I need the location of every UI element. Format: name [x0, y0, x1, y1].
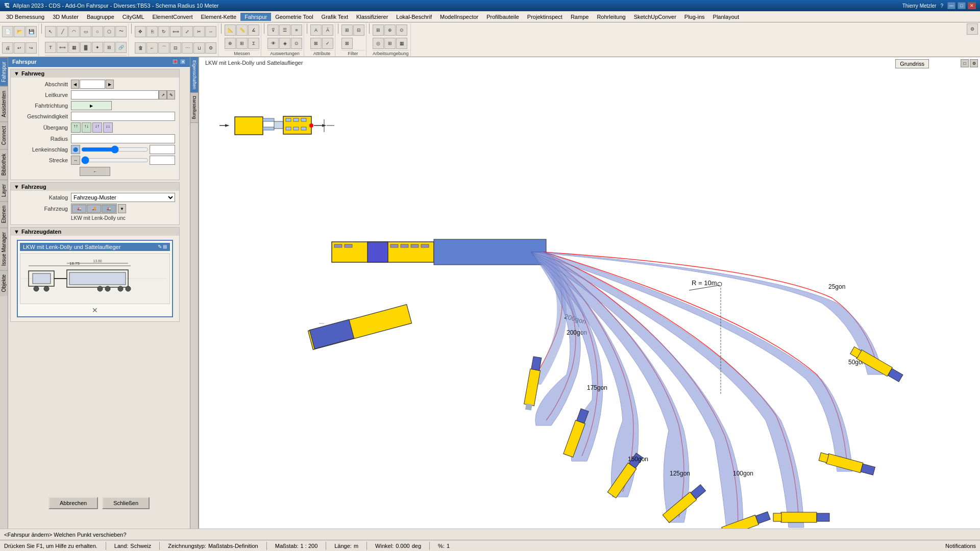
tb-hatch[interactable]: ▦ [68, 42, 80, 53]
abschnitt-input[interactable]: 1 [80, 80, 105, 89]
tb-props[interactable]: ⚙ [205, 42, 216, 54]
tb-sum[interactable]: Σ [248, 38, 259, 49]
menu-lokal-beschrif[interactable]: Lokal-Beschrif [392, 13, 436, 21]
tb-trim[interactable]: ✂ [193, 26, 205, 37]
tb-arb4[interactable]: ◎ [373, 38, 384, 49]
settings-vehicle-icon[interactable]: ⊞ [163, 244, 167, 250]
uebergang-btn2[interactable]: ↑↓ [82, 122, 91, 133]
panel-vtab-darstellung[interactable]: Darstellung [190, 93, 198, 123]
tb-arb3[interactable]: ⊙ [396, 24, 407, 36]
tb-arb6[interactable]: ▦ [396, 38, 407, 49]
tb-flt1[interactable]: ⊞ [341, 24, 353, 36]
tb-meas1[interactable]: 📐 [225, 24, 236, 36]
window-controls[interactable]: — □ ✕ [947, 2, 976, 9]
tb-new[interactable]: 📄 [2, 26, 13, 37]
back-button[interactable]: ← [80, 167, 110, 176]
tb-poly[interactable]: ⬡ [104, 26, 115, 37]
fahrtrichtung-btn[interactable]: ▶ [71, 101, 112, 110]
menu-klassifizierer[interactable]: Klassifizierer [352, 13, 392, 21]
tb-circle[interactable]: ○ [92, 26, 103, 37]
panel-vtab-eigenschaften[interactable]: Eigenschaften [190, 57, 198, 93]
tb-select[interactable]: ↖ [45, 26, 56, 37]
menu-element-kette[interactable]: Element-Kette [197, 13, 240, 21]
schliessen-button[interactable]: Schließen [102, 497, 150, 509]
menu-citygml[interactable]: CityGML [118, 13, 149, 21]
tb-vis2[interactable]: ◈ [279, 38, 290, 49]
tb-save[interactable]: 💾 [26, 26, 37, 37]
truck-btn2[interactable]: 🚚 [87, 205, 101, 213]
tb-attr1[interactable]: ☰ [279, 24, 290, 36]
section-fahrzeugdaten-header[interactable]: ▼ Fahrzeugdaten [11, 228, 179, 236]
tb-filter1[interactable]: ⊽ [267, 24, 279, 36]
menu-rampe[interactable]: Rampe [567, 13, 593, 21]
tb-line[interactable]: ╱ [57, 26, 68, 37]
tb-arb2[interactable]: ⊕ [384, 24, 396, 36]
tb-extend[interactable]: ↔ [205, 26, 216, 37]
tb-print[interactable]: 🖨 [2, 42, 13, 54]
radius-input[interactable]: 0.0000 [71, 134, 175, 143]
vtab-bibliothek[interactable]: Bibliothek [0, 149, 8, 180]
truck-btn1[interactable]: 🚛 [72, 205, 86, 213]
menu-profilbauteile[interactable]: Profilbauteile [482, 13, 523, 21]
tb-redo[interactable]: ↪ [26, 42, 37, 54]
tb-att2[interactable]: Ā [322, 24, 333, 36]
panel-close-icon[interactable]: ✕ [180, 59, 186, 65]
vtab-fahrspur[interactable]: Fahrspur [0, 57, 8, 86]
tb-meas2[interactable]: 📏 [236, 24, 248, 36]
tb-flt3[interactable]: ⊠ [341, 38, 353, 49]
tb-arb1[interactable]: ⊞ [373, 24, 384, 36]
tb-open[interactable]: 📂 [14, 26, 25, 37]
uebergang-btn4[interactable]: ↓↓ [103, 122, 113, 133]
tb-symbol[interactable]: ✦ [92, 42, 103, 53]
tb-att3[interactable]: ⊠ [310, 38, 322, 49]
tb-arc[interactable]: ◠ [68, 26, 80, 37]
tb-scale[interactable]: ⤢ [182, 26, 193, 37]
menu-rohrleitung[interactable]: Rohrleitung [593, 13, 629, 21]
tb-fillet[interactable]: ⌒ [158, 42, 169, 54]
tb-vis3[interactable]: ⊙ [291, 38, 302, 49]
strecke-input[interactable]: 0.0 [150, 156, 175, 165]
vtab-ebenen[interactable]: Ebenen [0, 201, 8, 227]
tb-grid[interactable]: ⊞ [236, 38, 248, 49]
uebergang-btn3[interactable]: ↓↑ [92, 122, 102, 133]
notifications-label[interactable]: Notifications [945, 543, 976, 549]
fahrzeug-dropdown[interactable]: ▼ [118, 204, 126, 213]
canvas-area[interactable]: LKW mit Lenk-Dolly und Sattelauflieger G… [199, 57, 980, 529]
tb-offset[interactable]: ⊟ [170, 42, 181, 54]
corner-maximize[interactable]: □ [961, 59, 969, 67]
help-icon[interactable]: ? [940, 3, 943, 9]
tb-ref[interactable]: 🔗 [115, 42, 127, 53]
katalog-select[interactable]: Fahrzeug-Muster [71, 193, 175, 202]
tb-vis1[interactable]: 👁 [267, 38, 279, 49]
abbrechen-button[interactable]: Abbrechen [48, 497, 98, 509]
tb-move[interactable]: ✥ [135, 26, 146, 37]
tb-undo[interactable]: ↩ [14, 42, 25, 54]
tb-snap[interactable]: ⊕ [225, 38, 236, 49]
menu-elementconvert[interactable]: ElementConvert [149, 13, 197, 21]
maximize-button[interactable]: □ [958, 2, 966, 9]
panel-pin-icon[interactable]: 📌 [172, 59, 178, 65]
close-button[interactable]: ✕ [968, 2, 976, 9]
strecke-slider[interactable] [81, 157, 149, 164]
vtab-objekte[interactable]: Objekte [0, 270, 8, 296]
tb-att1[interactable]: A [310, 24, 322, 36]
tb-fill[interactable]: ▓ [80, 42, 91, 53]
vtab-connect[interactable]: Connect [0, 121, 8, 149]
lenkeinschlag-slider[interactable] [81, 146, 149, 153]
vtab-issue-manager[interactable]: Issue Manager [0, 228, 8, 270]
section-fahrweg-header[interactable]: ▼ Fahrweg [11, 69, 179, 78]
leitkurve-edit[interactable]: ✎ [167, 90, 175, 99]
menu-planlayout[interactable]: Planlayout [709, 13, 743, 21]
uebergang-btn1[interactable]: ↑↑ [71, 122, 81, 133]
vtab-assistenten[interactable]: Assistenten [0, 86, 8, 121]
tb-join[interactable]: ⊔ [193, 42, 205, 54]
menu-geometrie-tool[interactable]: Geometrie Tool [271, 13, 317, 21]
notifications-btn[interactable]: Notifications [945, 543, 976, 549]
tb-delete[interactable]: 🗑 [135, 42, 146, 54]
panel-header-controls[interactable]: 📌 ✕ [172, 59, 186, 65]
tb-mirror[interactable]: ⟺ [170, 26, 181, 37]
leitkurve-pick[interactable]: ↗ [159, 90, 167, 99]
minimize-button[interactable]: — [947, 2, 955, 9]
menu-modelinspector[interactable]: ModelInspector [436, 13, 482, 21]
leitkurve-input[interactable] [71, 90, 159, 99]
